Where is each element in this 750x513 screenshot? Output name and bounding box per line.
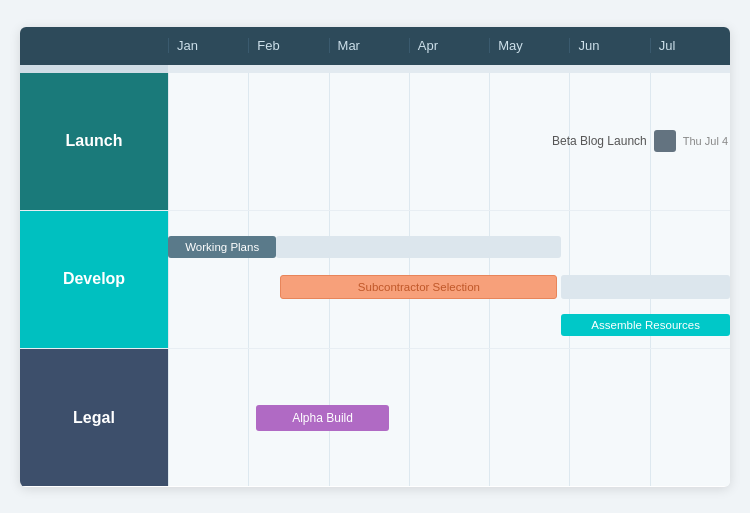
beta-launch-date: Thu Jul 4 [683,135,728,147]
grid-launch: Beta Blog Launch Thu Jul 4 [168,73,730,210]
alpha-build-label: Alpha Build [292,411,353,425]
row-label-develop: Develop [20,211,168,348]
bar-alpha-build[interactable]: Alpha Build [256,405,388,431]
month-mar: Mar [329,38,409,53]
bar-timeline-bg [276,236,561,258]
subheader-fill [168,65,730,73]
bar-assemble-bg [561,275,730,299]
bar-subcontractor-selection[interactable]: Subcontractor Selection [280,275,557,299]
beta-blog-launch-label: Beta Blog Launch [552,134,647,148]
row-develop: Develop Working Plans Subcontractor Sele… [20,211,730,349]
months-header: Jan Feb Mar Apr May Jun Jul [20,27,730,65]
month-may: May [489,38,569,53]
bar-working-plans[interactable]: Working Plans [168,236,276,258]
subheader-label-spacer [20,65,168,73]
months-row: Jan Feb Mar Apr May Jun Jul [168,38,730,53]
gantt-body: Launch Beta Blog Launch Thu Jul 4 Develo… [20,73,730,487]
row-legal: Legal Alpha Build [20,349,730,486]
subheader-stripe [20,65,730,73]
grid-legal: Alpha Build [168,349,730,486]
row-label-legal: Legal [20,349,168,486]
row-label-launch: Launch [20,73,168,210]
beta-launch-marker [654,130,676,152]
month-jun: Jun [569,38,649,53]
month-feb: Feb [248,38,328,53]
row-launch: Launch Beta Blog Launch Thu Jul 4 [20,73,730,211]
assemble-resources-label: Assemble Resources [591,319,700,331]
month-jan: Jan [168,38,248,53]
grid-develop: Working Plans Subcontractor Selection As… [168,211,730,348]
beta-blog-launch-group: Beta Blog Launch Thu Jul 4 [552,130,728,152]
gantt-chart: Jan Feb Mar Apr May Jun Jul Launch Beta … [20,27,730,487]
month-jul: Jul [650,38,730,53]
bar-assemble-resources[interactable]: Assemble Resources [561,314,730,336]
subcontractor-label: Subcontractor Selection [358,281,480,293]
month-apr: Apr [409,38,489,53]
working-plans-label: Working Plans [185,241,259,253]
